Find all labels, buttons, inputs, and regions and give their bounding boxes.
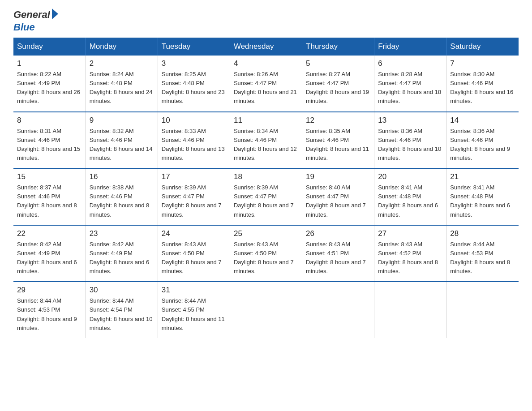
day-number: 31 [162,286,226,295]
day-info: Sunrise: 8:36 AMSunset: 4:46 PMDaylight:… [378,127,442,163]
day-info: Sunrise: 8:35 AMSunset: 4:46 PMDaylight:… [306,127,370,163]
day-number: 21 [450,172,515,181]
day-info: Sunrise: 8:44 AMSunset: 4:53 PMDaylight:… [17,296,82,333]
day-number: 19 [306,172,370,181]
day-number: 28 [450,229,515,238]
day-info: Sunrise: 8:43 AMSunset: 4:50 PMDaylight:… [162,240,226,276]
calendar-cell: 31Sunrise: 8:44 AMSunset: 4:55 PMDayligh… [158,282,230,338]
calendar-cell: 22Sunrise: 8:42 AMSunset: 4:49 PMDayligh… [13,225,86,282]
day-number: 7 [450,59,515,68]
day-number: 13 [378,116,442,125]
calendar-cell: 20Sunrise: 8:41 AMSunset: 4:48 PMDayligh… [374,168,446,225]
day-number: 14 [450,116,515,125]
day-number: 17 [162,172,226,181]
day-number: 6 [378,59,442,68]
calendar-cell: 8Sunrise: 8:31 AMSunset: 4:46 PMDaylight… [13,112,86,169]
day-header-wednesday: Wednesday [230,38,302,56]
day-number: 8 [17,116,82,125]
day-header-friday: Friday [374,38,446,56]
day-info: Sunrise: 8:22 AMSunset: 4:49 PMDaylight:… [17,70,82,106]
day-info: Sunrise: 8:36 AMSunset: 4:46 PMDaylight:… [450,127,515,163]
day-info: Sunrise: 8:44 AMSunset: 4:54 PMDaylight:… [90,296,154,333]
day-info: Sunrise: 8:30 AMSunset: 4:46 PMDaylight:… [450,70,515,106]
day-info: Sunrise: 8:24 AMSunset: 4:48 PMDaylight:… [90,70,154,106]
day-info: Sunrise: 8:28 AMSunset: 4:47 PMDaylight:… [378,70,442,106]
calendar-cell: 12Sunrise: 8:35 AMSunset: 4:46 PMDayligh… [302,112,374,169]
day-number: 24 [162,229,226,238]
calendar-cell: 13Sunrise: 8:36 AMSunset: 4:46 PMDayligh… [374,112,446,169]
day-number: 2 [90,59,154,68]
day-info: Sunrise: 8:41 AMSunset: 4:48 PMDaylight:… [378,183,442,219]
logo-blue-text: Blue [13,21,35,33]
calendar-cell: 24Sunrise: 8:43 AMSunset: 4:50 PMDayligh… [158,225,230,282]
day-info: Sunrise: 8:43 AMSunset: 4:51 PMDaylight:… [306,240,370,276]
day-number: 20 [378,172,442,181]
calendar-cell: 9Sunrise: 8:32 AMSunset: 4:46 PMDaylight… [86,112,158,169]
calendar-cell: 6Sunrise: 8:28 AMSunset: 4:47 PMDaylight… [374,56,446,112]
calendar-cell: 19Sunrise: 8:40 AMSunset: 4:47 PMDayligh… [302,168,374,225]
calendar-header-row: SundayMondayTuesdayWednesdayThursdayFrid… [13,38,519,56]
day-number: 3 [162,59,226,68]
day-header-thursday: Thursday [302,38,374,56]
calendar-cell: 14Sunrise: 8:36 AMSunset: 4:46 PMDayligh… [446,112,519,169]
day-info: Sunrise: 8:41 AMSunset: 4:48 PMDaylight:… [450,183,515,219]
day-number: 10 [162,116,226,125]
calendar-week-row: 15Sunrise: 8:37 AMSunset: 4:46 PMDayligh… [13,168,519,225]
calendar-cell [230,282,302,338]
day-info: Sunrise: 8:44 AMSunset: 4:53 PMDaylight:… [450,240,515,276]
day-number: 4 [234,59,298,68]
calendar-cell: 5Sunrise: 8:27 AMSunset: 4:47 PMDaylight… [302,56,374,112]
calendar-cell: 16Sunrise: 8:38 AMSunset: 4:46 PMDayligh… [86,168,158,225]
day-number: 11 [234,116,298,125]
calendar-week-row: 22Sunrise: 8:42 AMSunset: 4:49 PMDayligh… [13,225,519,282]
calendar-cell: 27Sunrise: 8:43 AMSunset: 4:52 PMDayligh… [374,225,446,282]
calendar-week-row: 1Sunrise: 8:22 AMSunset: 4:49 PMDaylight… [13,56,519,112]
calendar-table: SundayMondayTuesdayWednesdayThursdayFrid… [13,38,519,338]
day-info: Sunrise: 8:38 AMSunset: 4:46 PMDaylight:… [90,183,154,219]
calendar-cell: 15Sunrise: 8:37 AMSunset: 4:46 PMDayligh… [13,168,86,225]
calendar-cell: 11Sunrise: 8:34 AMSunset: 4:46 PMDayligh… [230,112,302,169]
day-info: Sunrise: 8:43 AMSunset: 4:52 PMDaylight:… [378,240,442,276]
day-number: 1 [17,59,82,68]
day-info: Sunrise: 8:42 AMSunset: 4:49 PMDaylight:… [90,240,154,276]
day-info: Sunrise: 8:43 AMSunset: 4:50 PMDaylight:… [234,240,298,276]
day-info: Sunrise: 8:44 AMSunset: 4:55 PMDaylight:… [162,296,226,333]
day-number: 25 [234,229,298,238]
page-header: General Blue [13,9,519,33]
calendar-cell [374,282,446,338]
day-header-tuesday: Tuesday [158,38,230,56]
logo-arrow-icon [52,9,58,19]
calendar-cell: 28Sunrise: 8:44 AMSunset: 4:53 PMDayligh… [446,225,519,282]
day-number: 29 [17,286,82,295]
day-info: Sunrise: 8:39 AMSunset: 4:47 PMDaylight:… [162,183,226,219]
day-info: Sunrise: 8:42 AMSunset: 4:49 PMDaylight:… [17,240,82,276]
calendar-cell: 29Sunrise: 8:44 AMSunset: 4:53 PMDayligh… [13,282,86,338]
calendar-cell: 2Sunrise: 8:24 AMSunset: 4:48 PMDaylight… [86,56,158,112]
calendar-cell: 10Sunrise: 8:33 AMSunset: 4:46 PMDayligh… [158,112,230,169]
calendar-cell: 30Sunrise: 8:44 AMSunset: 4:54 PMDayligh… [86,282,158,338]
day-number: 9 [90,116,154,125]
day-number: 22 [17,229,82,238]
day-number: 30 [90,286,154,295]
day-number: 23 [90,229,154,238]
calendar-cell: 26Sunrise: 8:43 AMSunset: 4:51 PMDayligh… [302,225,374,282]
day-info: Sunrise: 8:25 AMSunset: 4:48 PMDaylight:… [162,70,226,106]
day-number: 15 [17,172,82,181]
day-info: Sunrise: 8:32 AMSunset: 4:46 PMDaylight:… [90,127,154,163]
calendar-cell: 21Sunrise: 8:41 AMSunset: 4:48 PMDayligh… [446,168,519,225]
calendar-cell: 25Sunrise: 8:43 AMSunset: 4:50 PMDayligh… [230,225,302,282]
calendar-week-row: 29Sunrise: 8:44 AMSunset: 4:53 PMDayligh… [13,282,519,338]
day-number: 16 [90,172,154,181]
day-info: Sunrise: 8:37 AMSunset: 4:46 PMDaylight:… [17,183,82,219]
day-number: 26 [306,229,370,238]
day-info: Sunrise: 8:33 AMSunset: 4:46 PMDaylight:… [162,127,226,163]
day-number: 12 [306,116,370,125]
day-header-sunday: Sunday [13,38,86,56]
day-info: Sunrise: 8:26 AMSunset: 4:47 PMDaylight:… [234,70,298,106]
day-number: 5 [306,59,370,68]
day-info: Sunrise: 8:31 AMSunset: 4:46 PMDaylight:… [17,127,82,163]
calendar-cell: 1Sunrise: 8:22 AMSunset: 4:49 PMDaylight… [13,56,86,112]
day-number: 27 [378,229,442,238]
day-header-saturday: Saturday [446,38,519,56]
calendar-cell [446,282,519,338]
